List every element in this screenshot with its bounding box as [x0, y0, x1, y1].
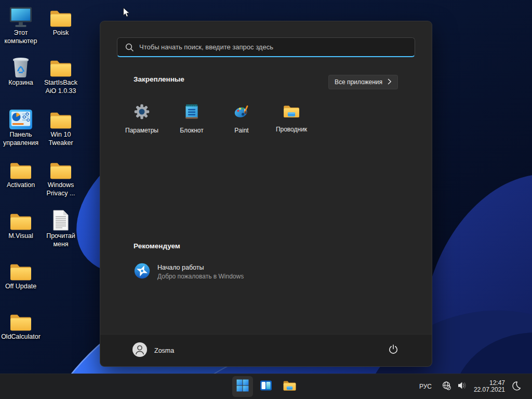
file-explorer-button[interactable] — [279, 376, 300, 397]
desktop-icon-label: Корзина — [1, 79, 41, 87]
recycle-bin-icon — [1, 54, 41, 78]
desktop-icon-recycle-bin[interactable]: Корзина — [1, 54, 41, 87]
folder-icon — [41, 106, 81, 130]
all-apps-label: Все приложения — [335, 78, 382, 86]
power-icon — [388, 344, 398, 356]
desktop-icon-poisk[interactable]: Poisk — [41, 4, 81, 37]
desktop-icon-label: Activation — [1, 181, 41, 190]
folder-icon — [1, 156, 41, 180]
pinned-app-paint[interactable]: Paint — [217, 97, 267, 143]
moon-crescent-icon — [511, 380, 522, 393]
folder-icon — [1, 258, 41, 282]
start-search-input[interactable] — [117, 37, 415, 57]
user-profile-button[interactable]: Zosma — [127, 335, 179, 366]
control-panel-icon — [1, 106, 41, 130]
recommended-item-get-started[interactable]: Начало работы Добро пожаловать в Windows — [129, 259, 348, 284]
folder-icon — [41, 54, 81, 78]
start-menu-footer: Zosma — [100, 334, 432, 366]
recommended-item-title: Начало работы — [157, 264, 244, 271]
pinned-app-label: Параметры — [125, 127, 158, 134]
speaker-icon — [457, 380, 467, 393]
desktop-icon-win10-tweaker[interactable]: Win 10 Tweaker — [41, 106, 81, 147]
desktop-icon-activation[interactable]: Activation — [1, 156, 41, 190]
settings-gear-icon — [134, 103, 150, 122]
recommended-item-text: Начало работы Добро пожаловать в Windows — [157, 264, 244, 280]
paint-palette-icon — [233, 103, 250, 122]
start-menu: Закрепленные Все приложения — [100, 21, 432, 367]
file-explorer-icon — [283, 379, 297, 394]
system-tray: РУС — [415, 374, 532, 399]
desktop-icon-label: Win 10 Tweaker — [41, 131, 81, 147]
desktop-icon-startisback[interactable]: StartIsBack AiO 1.0.33 — [41, 54, 81, 95]
recommended-item-subtitle: Добро пожаловать в Windows — [157, 273, 244, 280]
screen: Этот компьютер Poisk Корзин — [0, 0, 532, 399]
clock[interactable]: 12:47 22.07.2021 — [474, 380, 505, 394]
pinned-apps-grid: Параметры — [117, 97, 316, 143]
globe-no-internet-icon — [442, 381, 451, 393]
network-tray-button[interactable] — [439, 378, 454, 396]
desktop-icon-label: Панель управления — [1, 131, 41, 147]
task-view-button[interactable] — [256, 376, 276, 397]
desktop-icon-label: Этот компьютер — [1, 29, 41, 45]
desktop-icon-off-update[interactable]: Off Update — [1, 258, 41, 291]
focus-assist-button[interactable] — [508, 377, 524, 396]
clock-date: 22.07.2021 — [474, 387, 505, 394]
explorer-folder-icon — [283, 103, 300, 121]
folder-icon — [1, 308, 41, 332]
user-avatar-icon — [132, 342, 147, 359]
pinned-app-label: Блокнот — [180, 127, 203, 134]
start-windows-icon — [236, 379, 249, 394]
language-indicator[interactable]: РУС — [415, 380, 436, 393]
desktop-icon-label: StartIsBack AiO 1.0.33 — [41, 79, 81, 95]
search-field-wrap — [117, 37, 415, 57]
desktop-icon-label: OldCalculator — [0, 333, 44, 341]
folder-icon — [41, 4, 81, 28]
desktop-icon-label: Windows Privacy ... — [41, 181, 81, 197]
desktop-icon-control-panel[interactable]: Панель управления — [1, 106, 41, 147]
start-button[interactable] — [232, 376, 253, 397]
chevron-right-icon — [388, 78, 392, 86]
computer-monitor-icon — [1, 4, 41, 28]
desktop-icon-label: Poisk — [41, 29, 81, 37]
clock-time: 12:47 — [474, 380, 505, 387]
desktop-icon-label: Прочитай меня — [41, 232, 81, 248]
notepad-icon — [183, 103, 200, 122]
pinned-app-notepad[interactable]: Блокнот — [167, 97, 217, 143]
pinned-app-label: Paint — [234, 127, 248, 134]
power-button[interactable] — [383, 340, 404, 361]
desktop-icon-this-pc[interactable]: Этот компьютер — [1, 4, 41, 45]
desktop-icon-oldcalculator[interactable]: OldCalculator — [1, 308, 41, 341]
get-started-icon — [134, 262, 151, 282]
volume-tray-button[interactable] — [454, 377, 470, 396]
pinned-app-settings[interactable]: Параметры — [117, 97, 167, 143]
pinned-app-explorer[interactable]: Проводник — [267, 97, 316, 143]
taskbar: РУС — [0, 374, 532, 399]
desktop-icon-windows-privacy[interactable]: Windows Privacy ... — [41, 156, 81, 197]
desktop-icon-readme[interactable]: Прочитай меня — [41, 207, 81, 248]
taskbar-center-buttons — [232, 376, 300, 397]
pinned-app-label: Проводник — [276, 126, 307, 133]
task-view-icon — [260, 379, 272, 394]
recommended-section-title: Рекомендуем — [134, 242, 180, 250]
desktop-icon-mvisual[interactable]: M.Visual — [1, 207, 41, 241]
all-apps-button[interactable]: Все приложения — [328, 75, 398, 89]
desktop-icon-label: M.Visual — [1, 232, 41, 241]
folder-icon — [41, 156, 81, 180]
folder-icon — [1, 207, 41, 231]
text-file-icon — [41, 207, 81, 231]
pinned-section-title: Закрепленные — [134, 75, 184, 83]
desktop-icon-label: Off Update — [1, 283, 41, 291]
user-name: Zosma — [154, 347, 174, 354]
